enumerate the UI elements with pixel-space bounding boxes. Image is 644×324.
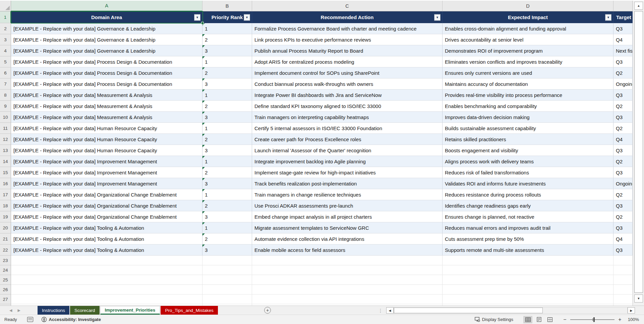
cell-D17[interactable]: Reduces resistance during process rollou… bbox=[443, 189, 613, 200]
cell-A24[interactable] bbox=[11, 265, 202, 275]
column-letter-e[interactable] bbox=[613, 1, 633, 11]
row-header-25[interactable]: 25 bbox=[0, 275, 11, 285]
row-header-22[interactable]: 22 bbox=[0, 245, 11, 256]
row-header-9[interactable]: 9 bbox=[0, 101, 11, 112]
cell-A9[interactable]: [EXAMPLE - Replace with your data] Measu… bbox=[11, 101, 202, 112]
cell-C6[interactable]: Implement document control for SOPs usin… bbox=[252, 67, 443, 78]
horizontal-scrollbar-thumb[interactable] bbox=[394, 308, 543, 313]
cell-A4[interactable]: [EXAMPLE - Replace with your data] Gover… bbox=[11, 45, 202, 56]
scroll-down-button[interactable]: ▼ bbox=[634, 294, 643, 303]
cell-A19[interactable]: [EXAMPLE - Replace with your data] Organ… bbox=[11, 211, 202, 222]
cell-C5[interactable]: Adopt ARIS for centralized process model… bbox=[252, 56, 443, 67]
cell-C11[interactable]: Certify 5 internal assessors in ISO/IEC … bbox=[252, 123, 443, 134]
column-letter-b[interactable]: B bbox=[202, 1, 252, 11]
cell-A7[interactable]: [EXAMPLE - Replace with your data] Proce… bbox=[11, 78, 202, 90]
horizontal-scrollbar[interactable]: ⋮ ◀ ▶ bbox=[378, 307, 644, 314]
zoom-out-button[interactable]: − bbox=[563, 317, 567, 323]
cell-D19[interactable]: Ensures change is planned, not reactive bbox=[443, 211, 613, 222]
cell-D16[interactable]: Validates ROI and informs future investm… bbox=[443, 178, 613, 189]
row-header-18[interactable]: 18 bbox=[0, 200, 11, 211]
cell-B7[interactable]: 3 bbox=[202, 78, 252, 90]
cell-B2[interactable]: 1 bbox=[202, 23, 252, 34]
cell-D5[interactable]: Eliminates version conflicts and improve… bbox=[443, 56, 613, 67]
header-cell-expected-impact[interactable]: Expected Impact▼ bbox=[443, 11, 613, 23]
cell-C24[interactable] bbox=[252, 265, 443, 275]
cell-A11[interactable]: [EXAMPLE - Replace with your data] Human… bbox=[11, 123, 202, 134]
cell-A16[interactable]: [EXAMPLE - Replace with your data] Impro… bbox=[11, 178, 202, 189]
cell-E17[interactable]: Q2 bbox=[613, 189, 633, 200]
row-header-20[interactable]: 20 bbox=[0, 222, 11, 233]
cell-D18[interactable]: Identifies change readiness gaps early bbox=[443, 200, 613, 211]
cell-D15[interactable]: Reduces risk of failed transformations bbox=[443, 167, 613, 178]
cell-D3[interactable]: Drives accountability at senior level bbox=[443, 34, 613, 45]
cell-E3[interactable]: Q4 bbox=[613, 34, 633, 45]
cell-B4[interactable]: 3 bbox=[202, 45, 252, 56]
cell-B27[interactable] bbox=[202, 294, 252, 304]
macro-record-icon[interactable] bbox=[27, 317, 33, 322]
cell-B6[interactable]: 2 bbox=[202, 67, 252, 78]
cell-D13[interactable]: Boosts engagement and visibility bbox=[443, 145, 613, 156]
display-settings-button[interactable]: Display Settings bbox=[475, 317, 513, 322]
cell-A23[interactable] bbox=[11, 256, 202, 265]
cell-C15[interactable]: Implement stage-gate review for high-imp… bbox=[252, 167, 443, 178]
cell-E11[interactable]: Q2 bbox=[613, 123, 633, 134]
cell-C23[interactable] bbox=[252, 256, 443, 265]
cell-D24[interactable] bbox=[443, 265, 613, 275]
row-header-13[interactable]: 13 bbox=[0, 145, 11, 156]
cell-A25[interactable] bbox=[11, 275, 202, 285]
cell-C21[interactable]: Automate evidence collection via API int… bbox=[252, 233, 443, 245]
add-sheet-button[interactable]: + bbox=[264, 307, 271, 314]
cell-D23[interactable] bbox=[443, 256, 613, 265]
sheet-tab-improvement-priorities[interactable]: Improvement_Priorities bbox=[100, 306, 160, 315]
cell-C25[interactable] bbox=[252, 275, 443, 285]
cell-E23[interactable] bbox=[613, 256, 633, 265]
vertical-scrollbar[interactable]: ▲ ▼ bbox=[633, 1, 644, 306]
row-header-5[interactable]: 5 bbox=[0, 56, 11, 67]
cell-A5[interactable]: [EXAMPLE - Replace with your data] Proce… bbox=[11, 56, 202, 67]
cell-A10[interactable]: [EXAMPLE - Replace with your data] Measu… bbox=[11, 112, 202, 123]
cell-B13[interactable]: 3 bbox=[202, 145, 252, 156]
row-header-3[interactable]: 3 bbox=[0, 34, 11, 45]
column-letter-c[interactable]: C bbox=[252, 1, 443, 11]
row-header-27[interactable]: 27 bbox=[0, 294, 11, 304]
cell-D2[interactable]: Enables cross-domain alignment and fundi… bbox=[443, 23, 613, 34]
cell-B24[interactable] bbox=[202, 265, 252, 275]
cell-E4[interactable]: Next fisc bbox=[613, 45, 633, 56]
scroll-up-button[interactable]: ▲ bbox=[634, 2, 643, 10]
cell-D27[interactable] bbox=[443, 294, 613, 304]
row-header-16[interactable]: 16 bbox=[0, 178, 11, 189]
cell-B11[interactable]: 1 bbox=[202, 123, 252, 134]
cell-A17[interactable]: [EXAMPLE - Replace with your data] Organ… bbox=[11, 189, 202, 200]
cell-B22[interactable]: 3 bbox=[202, 245, 252, 256]
cell-D4[interactable]: Demonstrates ROI of improvement program bbox=[443, 45, 613, 56]
cell-A27[interactable] bbox=[11, 294, 202, 304]
row-header-2[interactable]: 2 bbox=[0, 23, 11, 34]
cell-E9[interactable]: Q2 bbox=[613, 101, 633, 112]
filter-button-d[interactable]: ▼ bbox=[605, 14, 611, 20]
row-header-11[interactable]: 11 bbox=[0, 123, 11, 134]
sheet-tab-pro-tips-and-mistakes[interactable]: Pro_Tips_and_Mistakes bbox=[161, 306, 218, 315]
cell-C20[interactable]: Migrate assessment templates to ServiceN… bbox=[252, 222, 443, 233]
cell-E14[interactable]: Q2 bbox=[613, 156, 633, 167]
column-letter-a[interactable]: A bbox=[11, 1, 202, 11]
cell-E10[interactable]: Q3 bbox=[613, 112, 633, 123]
filter-button-c[interactable]: ▼ bbox=[434, 14, 441, 20]
cell-D26[interactable] bbox=[443, 285, 613, 294]
cell-E7[interactable]: Ongoing bbox=[613, 78, 633, 90]
cell-B19[interactable]: 3 bbox=[202, 211, 252, 222]
cell-B21[interactable]: 2 bbox=[202, 233, 252, 245]
cell-D8[interactable]: Provides real-time visibility into proce… bbox=[443, 90, 613, 101]
cell-A15[interactable]: [EXAMPLE - Replace with your data] Impro… bbox=[11, 167, 202, 178]
cell-B16[interactable]: 3 bbox=[202, 178, 252, 189]
select-all-corner[interactable] bbox=[0, 1, 11, 11]
cell-B10[interactable]: 3 bbox=[202, 112, 252, 123]
cell-A22[interactable]: [EXAMPLE - Replace with your data] Tooli… bbox=[11, 245, 202, 256]
cell-D12[interactable]: Retains skilled practitioners bbox=[443, 134, 613, 145]
cell-D22[interactable]: Supports remote and multi-site assessmen… bbox=[443, 245, 613, 256]
cell-A13[interactable]: [EXAMPLE - Replace with your data] Human… bbox=[11, 145, 202, 156]
cell-D25[interactable] bbox=[443, 275, 613, 285]
cell-C12[interactable]: Create career path for Process Excellenc… bbox=[252, 134, 443, 145]
row-header-21[interactable]: 21 bbox=[0, 233, 11, 245]
zoom-level[interactable]: 100% bbox=[626, 317, 639, 322]
header-cell-priority-rank[interactable]: Priority Rank▼ bbox=[202, 11, 252, 23]
